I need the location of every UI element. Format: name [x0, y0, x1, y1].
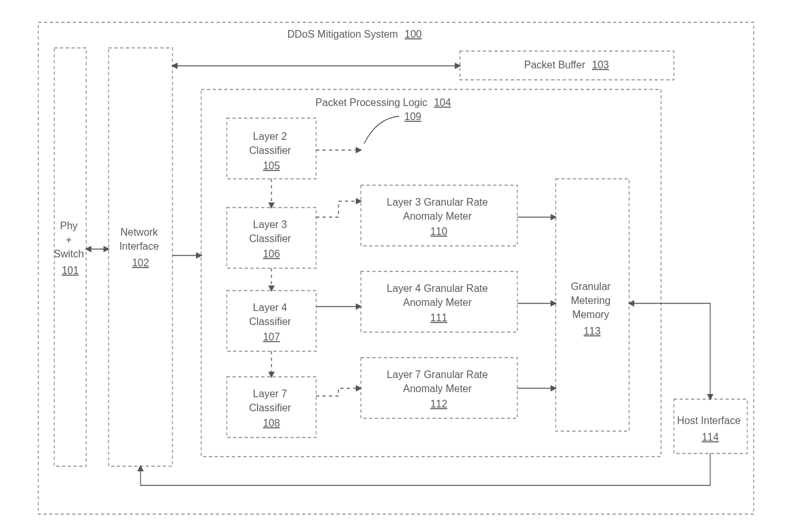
hook-109-label: 109 — [404, 111, 422, 122]
granular-memory-ref: 113 — [584, 326, 601, 337]
host-to-network-arrow — [141, 453, 710, 485]
ppl-ref: 104 — [434, 97, 451, 108]
l3-meter-ref: 110 — [430, 226, 448, 237]
phy-switch-label: Phy + Switch 101 — [54, 220, 87, 276]
l7-meter-label: Layer 7 Granular Rate Anomaly Meter 112 — [387, 369, 491, 409]
system-title: DDoS Mitigation System 100 — [287, 29, 422, 40]
l7-classifier-label: Layer 7 Classifier 108 — [249, 388, 294, 429]
l3-to-l3meter-arrow — [316, 201, 361, 217]
network-interface-label: Network Interface 102 — [119, 227, 162, 268]
phy-switch-ref: 101 — [62, 265, 79, 276]
ppl-title: Packet Processing Logic 104 — [316, 97, 451, 108]
host-interface-label: Host Interface 114 — [677, 415, 743, 443]
l4-meter-ref: 111 — [430, 312, 448, 323]
l4-classifier-ref: 107 — [263, 331, 280, 342]
host-interface-ref: 114 — [702, 432, 719, 443]
l2-classifier-label: Layer 2 Classifier 105 — [249, 131, 294, 171]
system-title-text: DDoS Mitigation System — [287, 29, 398, 40]
granular-memory-label: Granular Metering Memory 113 — [571, 281, 614, 337]
l4-classifier-label: Layer 4 Classifier 107 — [249, 302, 294, 342]
l4-meter-label: Layer 4 Granular Rate Anomaly Meter 111 — [387, 283, 491, 323]
l3-classifier-label: Layer 3 Classifier 106 — [249, 219, 294, 259]
system-ref: 100 — [405, 29, 422, 40]
packet-buffer-label: Packet Buffer 103 — [524, 59, 609, 70]
l3-meter-label: Layer 3 Granular Rate Anomaly Meter 110 — [387, 197, 491, 237]
l7-to-l7meter-arrow — [316, 388, 361, 396]
l2-classifier-ref: 105 — [263, 160, 280, 171]
l7-classifier-ref: 108 — [263, 418, 280, 429]
memory-to-host-arrow — [629, 303, 710, 399]
packet-buffer-ref: 103 — [592, 59, 609, 70]
host-interface-box — [674, 399, 747, 453]
l3-classifier-ref: 106 — [263, 248, 280, 259]
hook-109-curve — [364, 116, 399, 144]
network-interface-ref: 102 — [132, 257, 149, 268]
l7-meter-ref: 112 — [430, 399, 448, 409]
